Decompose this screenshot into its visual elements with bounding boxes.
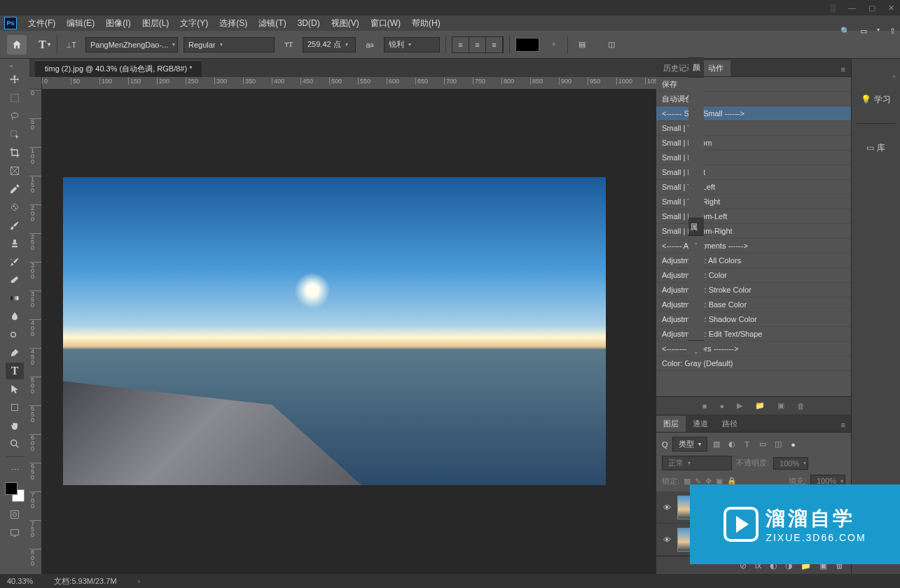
new-set-icon[interactable]: 📁: [755, 401, 765, 410]
type-tool[interactable]: T: [6, 363, 24, 379]
quick-select-tool[interactable]: [6, 126, 24, 143]
menu-layer[interactable]: 图层(L): [138, 16, 174, 31]
action-item[interactable]: Adjustments: All Colors: [656, 253, 851, 268]
window-minimize-icon[interactable]: —: [848, 4, 856, 12]
menu-edit[interactable]: 编辑(E): [62, 16, 99, 31]
path-select-tool[interactable]: [6, 381, 24, 398]
action-item[interactable]: Small | Top-Left: [656, 180, 851, 195]
action-item[interactable]: 自动调色: [656, 92, 851, 106]
ruler-horizontal[interactable]: 0501001502002503003504004505005506006507…: [42, 77, 656, 90]
prop-collapse-icon[interactable]: ⌄: [693, 239, 699, 246]
document-tab[interactable]: timg (2).jpg @ 40.3% (自动色调, RGB/8#) *: [35, 60, 202, 77]
align-center-button[interactable]: ≡: [469, 37, 486, 52]
doc-info[interactable]: 文档:5.93M/23.7M: [54, 576, 116, 587]
prop-collapse2-icon[interactable]: ⌄: [693, 348, 699, 355]
filter-toggle-icon[interactable]: ●: [789, 440, 798, 449]
menu-window[interactable]: 窗口(W): [366, 16, 405, 31]
ruler-origin[interactable]: [29, 77, 42, 90]
tab-layers[interactable]: 图层: [656, 416, 686, 432]
tab-paths[interactable]: 路径: [715, 416, 745, 432]
menu-image[interactable]: 图像(I): [102, 16, 134, 31]
toolbar-expand-icon[interactable]: »: [10, 63, 20, 70]
action-item[interactable]: Small | Bottom-Left: [656, 209, 851, 224]
tab-channels[interactable]: 通道: [686, 416, 715, 432]
font-size-input[interactable]: 259.42 点▾: [303, 37, 356, 52]
hand-tool[interactable]: [6, 417, 24, 434]
action-item[interactable]: Small | Top: [656, 121, 851, 136]
color-swatches[interactable]: [5, 482, 25, 502]
learn-panel-button[interactable]: 💡学习: [857, 85, 896, 113]
move-tool[interactable]: [6, 71, 24, 88]
action-item[interactable]: Small | Left: [656, 150, 851, 165]
tab-actions[interactable]: 动作: [701, 60, 731, 76]
filter-pixel-icon[interactable]: ▧: [712, 440, 721, 449]
stop-icon[interactable]: ■: [702, 402, 707, 410]
home-button[interactable]: [7, 35, 27, 55]
window-close-icon[interactable]: ✕: [888, 4, 894, 13]
crop-tool[interactable]: [6, 144, 24, 161]
visibility-icon[interactable]: 👁: [660, 503, 673, 512]
status-more-icon[interactable]: ›: [138, 577, 141, 585]
foreground-color[interactable]: [5, 482, 18, 495]
layer-search-icon[interactable]: Q: [662, 440, 668, 449]
canvas[interactable]: [42, 90, 656, 574]
frame-tool[interactable]: [6, 162, 24, 179]
shape-tool[interactable]: [6, 399, 24, 416]
action-item[interactable]: 保存: [656, 77, 851, 92]
workspace-menu-icon[interactable]: ▾: [877, 27, 880, 36]
ruler-vertical[interactable]: 05 01 0 01 5 02 0 02 5 03 0 03 5 04 0 04…: [29, 90, 42, 574]
play-icon[interactable]: ▶: [737, 401, 742, 410]
record-icon[interactable]: ●: [720, 402, 725, 410]
action-item[interactable]: Adjustments: Stroke Color: [656, 283, 851, 298]
align-left-button[interactable]: ≡: [452, 37, 469, 52]
font-family-dropdown[interactable]: PangMenZhengDao-...▾: [85, 37, 178, 52]
eyedropper-tool[interactable]: [6, 181, 24, 197]
gradient-tool[interactable]: [6, 290, 24, 307]
collapsed-tab-color[interactable]: 颜: [693, 62, 700, 73]
layers-menu-icon[interactable]: ≡: [836, 418, 851, 432]
menu-select[interactable]: 选择(S): [215, 16, 251, 31]
stamp-tool[interactable]: [6, 235, 24, 252]
action-item[interactable]: <-------- Colors -------->: [656, 342, 851, 356]
blend-mode-dropdown[interactable]: 正常▾: [662, 456, 732, 470]
align-right-button[interactable]: ≡: [486, 37, 503, 52]
healing-tool[interactable]: [6, 199, 24, 216]
action-item[interactable]: <------ Adjustments ------>: [656, 239, 851, 253]
blur-tool[interactable]: [6, 308, 24, 325]
action-item[interactable]: Small | Top-Right: [656, 195, 851, 209]
zoom-level[interactable]: 40.33%: [7, 577, 33, 585]
dock-collapse-icon[interactable]: »: [892, 73, 900, 80]
collapsed-tab-props[interactable]: 属: [690, 222, 698, 232]
menu-3d[interactable]: 3D(D): [293, 17, 324, 29]
layer-kind-dropdown[interactable]: 类型▾: [672, 437, 707, 451]
menu-view[interactable]: 视图(V): [327, 16, 364, 31]
action-item[interactable]: Adjustments: Edit Text/Shape: [656, 327, 851, 342]
screen-mode-icon[interactable]: [6, 524, 24, 541]
3d-icon[interactable]: ◫: [603, 36, 620, 53]
lasso-tool[interactable]: [6, 108, 24, 125]
filter-smart-icon[interactable]: ◫: [773, 440, 783, 449]
frame-icon[interactable]: ▭: [860, 27, 867, 36]
quick-mask-icon[interactable]: [6, 506, 24, 523]
filter-shape-icon[interactable]: ▭: [758, 440, 768, 449]
dodge-tool[interactable]: [6, 326, 24, 343]
edit-toolbar-icon[interactable]: ⋯: [6, 461, 24, 478]
menu-type[interactable]: 文字(Y): [176, 16, 212, 31]
menu-help[interactable]: 帮助(H): [408, 16, 445, 31]
share-icon[interactable]: ⇧: [889, 27, 896, 36]
opacity-input[interactable]: 100%▾: [773, 457, 808, 470]
action-item[interactable]: <------ Size: Small ------>: [656, 106, 851, 121]
tool-indicator-type-icon[interactable]: T▾: [32, 35, 57, 55]
action-item[interactable]: Small | Bottom-Right: [656, 224, 851, 239]
pen-tool[interactable]: [6, 344, 24, 361]
filter-type-icon[interactable]: T: [742, 440, 752, 449]
eraser-tool[interactable]: [6, 272, 24, 288]
visibility-icon[interactable]: 👁: [660, 536, 673, 544]
action-item[interactable]: Small | Bottom: [656, 136, 851, 150]
filter-adjust-icon[interactable]: ◐: [727, 440, 737, 449]
action-item[interactable]: Adjustments: Base Color: [656, 298, 851, 312]
window-maximize-icon[interactable]: ▢: [868, 4, 875, 13]
action-item[interactable]: Adjustments: Shadow Color: [656, 312, 851, 327]
action-item[interactable]: Small | Right: [656, 165, 851, 180]
menu-file[interactable]: 文件(F): [24, 16, 60, 31]
